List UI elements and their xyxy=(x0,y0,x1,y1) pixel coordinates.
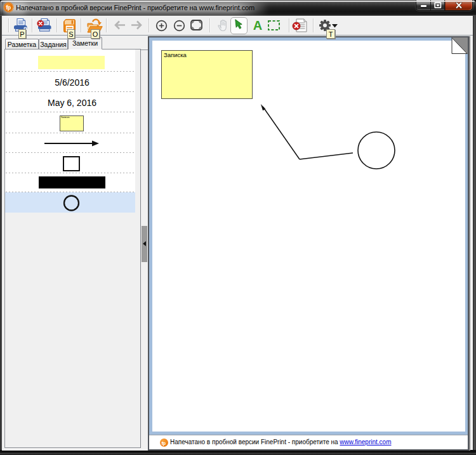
svg-text:fp: fp xyxy=(6,4,11,11)
